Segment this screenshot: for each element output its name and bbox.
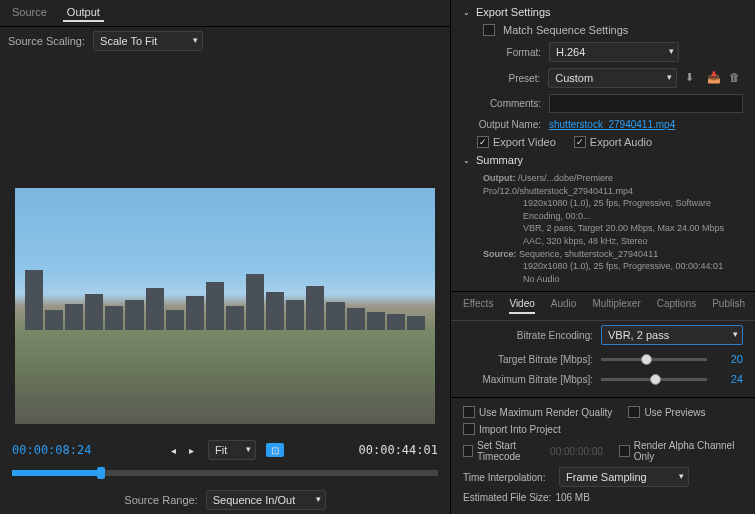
summary-source-name: Sequence, shutterstock_27940411 (519, 249, 658, 259)
preset-label: Preset: (463, 73, 540, 84)
source-range-label: Source Range: (124, 494, 197, 506)
delete-preset-icon[interactable]: 🗑 (729, 71, 743, 85)
export-video-label: Export Video (493, 136, 556, 148)
use-previews-label: Use Previews (644, 407, 705, 418)
summary-output-line1: 1920x1080 (1.0), 25 fps, Progressive, So… (483, 197, 743, 222)
set-start-timecode-checkbox[interactable] (463, 445, 473, 457)
set-start-timecode-label: Set Start Timecode (477, 440, 546, 462)
prev-frame-icon[interactable]: ◂ (166, 443, 180, 457)
subtab-publish[interactable]: Publish (712, 298, 745, 314)
subtab-audio[interactable]: Audio (551, 298, 577, 314)
subtab-effects[interactable]: Effects (463, 298, 493, 314)
use-max-quality-checkbox[interactable] (463, 406, 475, 418)
time-interp-label: Time Interpolation: (463, 472, 555, 483)
subtab-captions[interactable]: Captions (657, 298, 696, 314)
playhead-handle[interactable] (97, 467, 105, 479)
render-alpha-checkbox[interactable] (619, 445, 630, 457)
export-video-checkbox[interactable] (477, 136, 489, 148)
export-audio-checkbox[interactable] (574, 136, 586, 148)
summary-source-line2: No Audio (483, 273, 743, 286)
preview-image (15, 188, 435, 424)
zoom-fit-dropdown[interactable]: Fit (208, 440, 256, 460)
target-bitrate-label: Target Bitrate [Mbps]: (463, 354, 593, 365)
current-timecode[interactable]: 00:00:08:24 (12, 443, 91, 457)
output-name-link[interactable]: shutterstock_27940411.mp4 (549, 119, 675, 130)
summary-disclosure-icon[interactable]: ⌄ (463, 156, 470, 165)
tab-source[interactable]: Source (8, 4, 51, 22)
summary-source-label: Source: (483, 249, 517, 259)
export-audio-label: Export Audio (590, 136, 652, 148)
max-bitrate-slider[interactable] (601, 378, 707, 381)
source-scaling-label: Source Scaling: (8, 35, 85, 47)
aspect-icon[interactable]: ⊡ (266, 443, 284, 457)
timeline-slider[interactable] (12, 470, 438, 476)
import-project-label: Import Into Project (479, 424, 561, 435)
bitrate-encoding-label: Bitrate Encoding: (463, 330, 593, 341)
tab-output[interactable]: Output (63, 4, 104, 22)
start-timecode-value: 00:00:00:00 (550, 446, 603, 457)
save-preset-icon[interactable]: ⬇ (685, 71, 699, 85)
time-interp-dropdown[interactable]: Frame Sampling (559, 467, 689, 487)
match-sequence-label: Match Sequence Settings (503, 24, 628, 36)
max-bitrate-value[interactable]: 24 (715, 373, 743, 385)
import-preset-icon[interactable]: 📥 (707, 71, 721, 85)
summary-title: Summary (476, 154, 523, 166)
target-bitrate-slider[interactable] (601, 358, 707, 361)
summary-output-line2: VBR, 2 pass, Target 20.00 Mbps, Max 24.0… (483, 222, 743, 235)
export-settings-disclosure-icon[interactable]: ⌄ (463, 8, 470, 17)
use-max-quality-label: Use Maximum Render Quality (479, 407, 612, 418)
summary-source-line1: 1920x1080 (1.0), 25 fps, Progressive, 00… (483, 260, 743, 273)
estimated-size-value: 106 MB (555, 492, 589, 503)
render-alpha-label: Render Alpha Channel Only (634, 440, 743, 462)
summary-output-label: Output: (483, 173, 515, 183)
use-previews-checkbox[interactable] (628, 406, 640, 418)
subtab-multiplexer[interactable]: Multiplexer (592, 298, 640, 314)
output-name-label: Output Name: (463, 119, 541, 130)
bitrate-encoding-dropdown[interactable]: VBR, 2 pass (601, 325, 743, 345)
summary-output-line3: AAC, 320 kbps, 48 kHz, Stereo (483, 235, 743, 248)
next-frame-icon[interactable]: ▸ (184, 443, 198, 457)
comments-input[interactable] (549, 94, 743, 113)
source-scaling-dropdown[interactable]: Scale To Fit (93, 31, 203, 51)
estimated-size-label: Estimated File Size: (463, 492, 551, 503)
import-project-checkbox[interactable] (463, 423, 475, 435)
max-bitrate-label: Maximum Bitrate [Mbps]: (463, 374, 593, 385)
source-range-dropdown[interactable]: Sequence In/Out (206, 490, 326, 510)
subtab-video[interactable]: Video (509, 298, 534, 314)
preset-dropdown[interactable]: Custom (548, 68, 677, 88)
format-dropdown[interactable]: H.264 (549, 42, 679, 62)
target-bitrate-value[interactable]: 20 (715, 353, 743, 365)
format-label: Format: (463, 47, 541, 58)
match-sequence-checkbox[interactable] (483, 24, 495, 36)
total-timecode: 00:00:44:01 (359, 443, 438, 457)
comments-label: Comments: (463, 98, 541, 109)
export-settings-title: Export Settings (476, 6, 551, 18)
